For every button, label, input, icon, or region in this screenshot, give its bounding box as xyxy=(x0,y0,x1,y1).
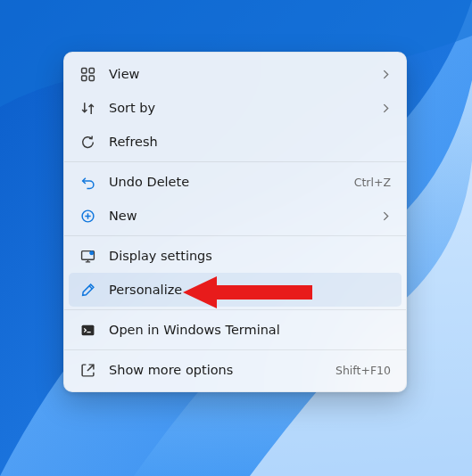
menu-item-new[interactable]: New xyxy=(69,199,402,233)
menu-item-view[interactable]: View xyxy=(69,57,402,91)
svg-rect-2 xyxy=(89,68,94,72)
menu-separator xyxy=(64,161,406,162)
chevron-right-icon xyxy=(381,70,391,79)
svg-rect-8 xyxy=(81,324,94,335)
menu-item-refresh[interactable]: Refresh xyxy=(69,125,402,159)
new-icon xyxy=(79,208,95,224)
display-settings-icon xyxy=(79,248,95,264)
svg-rect-4 xyxy=(89,76,94,80)
menu-item-label: View xyxy=(109,67,381,81)
menu-shortcut: Shift+F10 xyxy=(335,364,391,377)
menu-separator xyxy=(64,349,406,350)
menu-shortcut: Ctrl+Z xyxy=(354,176,391,189)
menu-item-personalize[interactable]: Personalize xyxy=(69,273,402,307)
personalize-icon xyxy=(79,282,95,298)
menu-item-label: Refresh xyxy=(109,135,391,149)
desktop-context-menu: View Sort by Refresh xyxy=(63,52,407,392)
menu-item-label: New xyxy=(109,209,381,223)
menu-item-open-terminal[interactable]: Open in Windows Terminal xyxy=(69,313,402,347)
show-more-icon xyxy=(79,362,95,378)
view-icon xyxy=(79,66,95,82)
undo-icon xyxy=(79,174,95,190)
menu-item-label: Open in Windows Terminal xyxy=(109,323,391,337)
menu-item-show-more-options[interactable]: Show more options Shift+F10 xyxy=(69,353,402,387)
chevron-right-icon xyxy=(381,211,391,221)
menu-separator xyxy=(64,235,406,236)
menu-item-label: Personalize xyxy=(109,283,391,297)
refresh-icon xyxy=(79,134,95,150)
menu-item-undo-delete[interactable]: Undo Delete Ctrl+Z xyxy=(69,165,402,199)
svg-rect-3 xyxy=(81,76,86,80)
menu-item-label: Display settings xyxy=(109,249,391,263)
chevron-right-icon xyxy=(381,103,391,113)
menu-separator xyxy=(64,309,406,310)
svg-rect-1 xyxy=(81,68,86,72)
terminal-icon xyxy=(79,322,95,338)
menu-item-display-settings[interactable]: Display settings xyxy=(69,239,402,273)
sort-icon xyxy=(79,100,95,116)
menu-item-sort-by[interactable]: Sort by xyxy=(69,91,402,125)
menu-item-label: Sort by xyxy=(109,101,381,115)
menu-item-label: Undo Delete xyxy=(109,175,354,189)
menu-item-label: Show more options xyxy=(109,363,335,377)
